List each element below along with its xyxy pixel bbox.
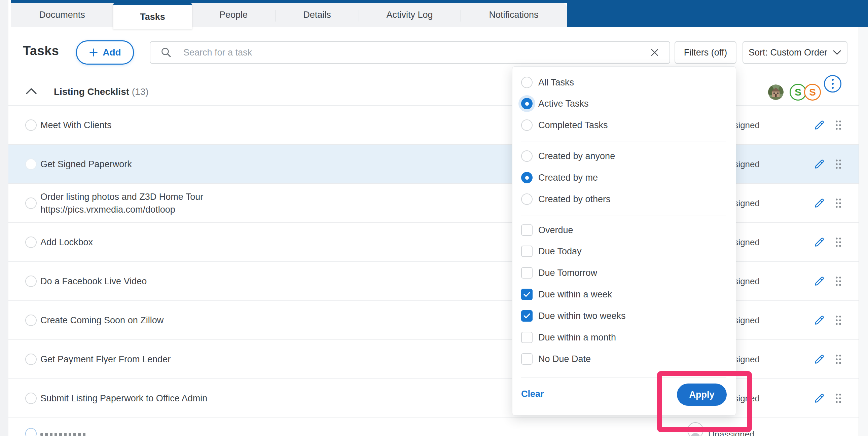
search-icon bbox=[160, 47, 172, 58]
filter-option-active-tasks[interactable]: Active Tasks bbox=[521, 98, 589, 109]
drag-handle-icon[interactable] bbox=[834, 315, 842, 326]
kebab-dot bbox=[832, 87, 834, 89]
radio-unchecked-icon[interactable] bbox=[521, 77, 533, 88]
task-label: Submit Listing Paperwork to Office Admin bbox=[40, 392, 207, 405]
filter-option-completed-tasks[interactable]: Completed Tasks bbox=[521, 119, 608, 131]
filter-option-no-due-date[interactable]: No Due Date bbox=[521, 353, 591, 365]
avatar-initial-orange[interactable]: S bbox=[804, 84, 821, 101]
tab-divider bbox=[461, 10, 461, 22]
edit-pencil-icon[interactable] bbox=[813, 275, 826, 287]
checklist-count: (13) bbox=[132, 87, 149, 97]
filters-button[interactable]: Filters (off) bbox=[675, 41, 737, 64]
add-task-button[interactable]: Add bbox=[76, 40, 134, 65]
task-label-cutoff bbox=[40, 433, 87, 436]
task-search bbox=[150, 41, 670, 64]
kebab-dot bbox=[832, 79, 834, 81]
task-complete-checkbox[interactable] bbox=[25, 353, 37, 365]
filter-option-due-within-two-weeks[interactable]: Due within two weeks bbox=[521, 310, 626, 322]
chevron-up-icon[interactable] bbox=[25, 87, 38, 96]
task-label: Get Payment Flyer From Lender bbox=[40, 353, 170, 366]
search-input[interactable] bbox=[183, 43, 628, 62]
filter-option-created-by-me[interactable]: Created by me bbox=[521, 172, 598, 183]
drag-handle-icon[interactable] bbox=[834, 393, 842, 404]
tab-people[interactable]: People bbox=[191, 3, 276, 27]
tab-tasks[interactable]: Tasks bbox=[113, 3, 192, 29]
task-label: Add Lockbox bbox=[40, 236, 93, 249]
edit-pencil-icon[interactable] bbox=[813, 119, 826, 131]
filter-option-all-tasks[interactable]: All Tasks bbox=[521, 77, 574, 88]
header-blue-bar bbox=[567, 0, 868, 27]
filter-option-due-within-a-week[interactable]: Due within a week bbox=[521, 289, 612, 300]
tab-divider bbox=[359, 10, 359, 22]
page-title: Tasks bbox=[23, 44, 59, 58]
tab-notifications[interactable]: Notifications bbox=[461, 3, 567, 27]
task-complete-checkbox[interactable] bbox=[25, 119, 37, 131]
tab-divider bbox=[276, 10, 276, 22]
drag-handle-icon[interactable] bbox=[834, 353, 842, 365]
checkbox-checked-icon[interactable] bbox=[521, 289, 533, 300]
task-label: Get Signed Paperwork bbox=[40, 158, 132, 170]
task-label: Order listing photos and Z3D Home Tour bbox=[40, 190, 203, 203]
checkbox-unchecked-icon[interactable] bbox=[521, 267, 533, 279]
filter-option-due-within-a-month[interactable]: Due within a month bbox=[521, 332, 616, 343]
tab-documents[interactable]: Documents bbox=[11, 3, 113, 27]
drag-handle-icon[interactable] bbox=[834, 158, 842, 170]
avatar-property-photo[interactable] bbox=[768, 85, 783, 100]
radio-checked-icon[interactable] bbox=[521, 172, 533, 183]
drag-handle-icon[interactable] bbox=[834, 119, 842, 131]
loop-page: Documents Tasks People Details Activity … bbox=[0, 0, 868, 436]
drag-handle-icon[interactable] bbox=[834, 197, 842, 209]
task-label: Meet With Clients bbox=[40, 119, 112, 131]
radio-checked-icon[interactable] bbox=[521, 98, 533, 109]
radio-unchecked-icon[interactable] bbox=[521, 193, 533, 205]
task-complete-checkbox[interactable] bbox=[25, 237, 37, 248]
panel-divider bbox=[521, 142, 726, 142]
filter-option-due-tomorrow[interactable]: Due Tomorrow bbox=[521, 267, 597, 279]
sort-button[interactable]: Sort: Custom Order bbox=[743, 41, 847, 64]
filter-dropdown-panel: All Tasks Active Tasks Completed Tasks C… bbox=[512, 66, 736, 415]
tab-activity-log[interactable]: Activity Log bbox=[359, 3, 461, 27]
checkbox-unchecked-icon[interactable] bbox=[521, 332, 533, 343]
filter-option-created-by-anyone[interactable]: Created by anyone bbox=[521, 150, 615, 162]
edit-pencil-icon[interactable] bbox=[813, 392, 826, 404]
checkbox-checked-icon[interactable] bbox=[521, 310, 533, 322]
checklist-menu-button[interactable] bbox=[824, 75, 841, 93]
checkbox-unchecked-icon[interactable] bbox=[521, 224, 533, 236]
task-complete-checkbox[interactable] bbox=[25, 197, 37, 209]
clear-search-icon[interactable] bbox=[650, 48, 660, 58]
panel-divider bbox=[521, 216, 726, 216]
task-label: Do a Facebook Live Video bbox=[40, 275, 147, 288]
edit-pencil-icon[interactable] bbox=[813, 158, 826, 170]
highlight-annotation-box bbox=[657, 371, 752, 432]
house-photo-icon bbox=[768, 85, 783, 100]
edit-pencil-icon[interactable] bbox=[813, 236, 826, 248]
chevron-down-icon bbox=[833, 50, 841, 56]
drag-handle-icon[interactable] bbox=[834, 276, 842, 287]
header-blue-strip bbox=[11, 0, 567, 3]
edit-pencil-icon[interactable] bbox=[813, 314, 826, 326]
kebab-dot bbox=[832, 83, 834, 85]
filter-option-overdue[interactable]: Overdue bbox=[521, 224, 573, 236]
vertical-scrollbar[interactable] bbox=[859, 27, 868, 436]
task-sublabel: https://pics.vrxmedia.com/dotloop bbox=[40, 203, 203, 216]
drag-handle-icon[interactable] bbox=[834, 237, 842, 248]
radio-unchecked-icon[interactable] bbox=[521, 150, 533, 162]
task-label: Create Coming Soon on Zillow bbox=[40, 314, 163, 327]
edit-pencil-icon[interactable] bbox=[813, 353, 826, 365]
clear-filters-link[interactable]: Clear bbox=[521, 389, 544, 399]
task-complete-checkbox[interactable] bbox=[25, 276, 37, 287]
plus-icon bbox=[89, 48, 98, 57]
checkbox-unchecked-icon[interactable] bbox=[521, 246, 533, 257]
edit-pencil-icon[interactable] bbox=[813, 197, 826, 209]
radio-unchecked-icon[interactable] bbox=[521, 119, 533, 131]
tab-details[interactable]: Details bbox=[276, 3, 359, 27]
filter-option-due-today[interactable]: Due Today bbox=[521, 246, 582, 257]
filter-option-created-by-others[interactable]: Created by others bbox=[521, 193, 611, 205]
add-button-label: Add bbox=[103, 47, 121, 58]
task-complete-checkbox[interactable] bbox=[25, 393, 37, 404]
filters-button-label: Filters (off) bbox=[684, 48, 727, 58]
checkbox-unchecked-icon[interactable] bbox=[521, 353, 533, 365]
task-complete-checkbox[interactable] bbox=[25, 315, 37, 326]
checklist-title: Listing Checklist (13) bbox=[54, 87, 149, 97]
task-complete-checkbox[interactable] bbox=[25, 158, 37, 170]
